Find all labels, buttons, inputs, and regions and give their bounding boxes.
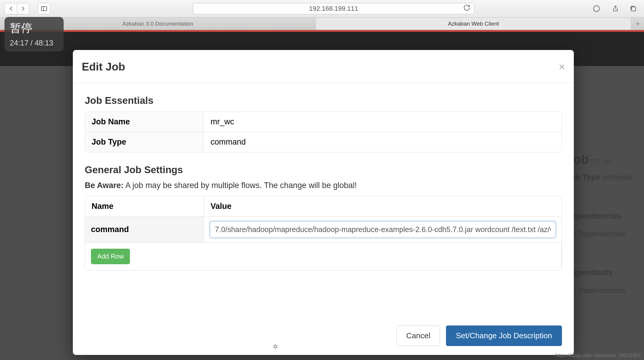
tab-web-client[interactable]: Azkaban Web Client bbox=[316, 18, 632, 30]
forward-button[interactable] bbox=[17, 3, 29, 14]
svg-rect-3 bbox=[632, 7, 636, 11]
spinner-icon: ✲ bbox=[273, 343, 278, 351]
modal-title: Edit Job bbox=[82, 61, 125, 73]
downloads-button[interactable] bbox=[590, 3, 603, 14]
modal-header: Edit Job × bbox=[73, 50, 574, 83]
table-row: command bbox=[85, 217, 562, 243]
cancel-button[interactable]: Cancel bbox=[396, 325, 440, 346]
close-icon: × bbox=[559, 61, 565, 73]
command-input[interactable] bbox=[210, 221, 556, 238]
download-icon bbox=[593, 5, 600, 12]
video-overlay: 暂停 24:17 / 48:13 bbox=[4, 17, 64, 51]
warning-text: Be Aware: A job may be shared by multipl… bbox=[85, 181, 562, 190]
share-button[interactable] bbox=[609, 3, 621, 14]
table-header-row: Name Value bbox=[85, 196, 562, 217]
reload-icon bbox=[463, 4, 470, 11]
modal-footer: Cancel Set/Change Job Description bbox=[396, 325, 562, 346]
close-button[interactable]: × bbox=[559, 61, 565, 73]
browser-right-buttons bbox=[590, 3, 640, 14]
share-icon bbox=[611, 5, 618, 12]
job-name-value: mr_wc bbox=[204, 112, 562, 132]
reload-button[interactable] bbox=[463, 4, 470, 13]
tab-label: Azkaban Web Client bbox=[448, 21, 499, 27]
chevron-right-icon bbox=[20, 5, 27, 12]
sidebar-toggle-button[interactable] bbox=[38, 3, 50, 14]
warning-body: A job may be shared by multiple flows. T… bbox=[125, 181, 357, 190]
address-bar[interactable]: 192.168.199.111 bbox=[193, 3, 474, 14]
chevron-left-icon bbox=[7, 5, 15, 12]
back-button[interactable] bbox=[4, 3, 17, 14]
modal-body: Job Essentials Job Name mr_wc Job Type c… bbox=[73, 83, 574, 276]
job-type-label: Job Type bbox=[85, 132, 204, 152]
address-text: 192.168.199.111 bbox=[309, 5, 358, 12]
tab-bar: Azkaban 3.0 Documentation Azkaban Web Cl… bbox=[0, 18, 644, 30]
value-column-header: Value bbox=[204, 196, 562, 217]
settings-table: Name Value command Add Row bbox=[85, 196, 562, 270]
video-status: 暂停 bbox=[10, 21, 58, 36]
nav-buttons bbox=[4, 3, 29, 14]
tab-label: Azkaban 3.0 Documentation bbox=[122, 21, 193, 27]
browser-toolbar: 192.168.199.111 bbox=[0, 0, 644, 18]
warning-label: Be Aware: bbox=[85, 181, 124, 190]
status-bar-url: https://blog.csdn.net/weixin_38611497 bbox=[555, 353, 641, 359]
add-row-button[interactable]: Add Row bbox=[91, 249, 130, 264]
job-essentials-table: Job Name mr_wc Job Type command bbox=[85, 112, 562, 152]
job-type-value: command bbox=[204, 132, 562, 152]
table-row: Job Type command bbox=[85, 132, 562, 152]
plus-icon: + bbox=[635, 19, 640, 28]
setting-value-cell bbox=[204, 217, 562, 243]
job-essentials-header: Job Essentials bbox=[85, 95, 562, 106]
video-time: 24:17 / 48:13 bbox=[10, 39, 58, 47]
set-change-button[interactable]: Set/Change Job Description bbox=[446, 325, 562, 346]
setting-name: command bbox=[85, 217, 204, 243]
table-footer-row: Add Row bbox=[85, 243, 562, 270]
table-row: Job Name mr_wc bbox=[85, 112, 562, 132]
svg-rect-0 bbox=[41, 7, 47, 11]
edit-job-modal: Edit Job × Job Essentials Job Name mr_wc… bbox=[73, 50, 574, 355]
add-tab-button[interactable]: + bbox=[632, 18, 644, 30]
job-name-label: Job Name bbox=[85, 112, 204, 132]
tabs-button[interactable] bbox=[627, 3, 640, 14]
panel-icon bbox=[40, 5, 48, 12]
tabs-icon bbox=[630, 5, 637, 12]
general-settings-header: General Job Settings bbox=[85, 164, 562, 176]
name-column-header: Name bbox=[85, 196, 204, 217]
